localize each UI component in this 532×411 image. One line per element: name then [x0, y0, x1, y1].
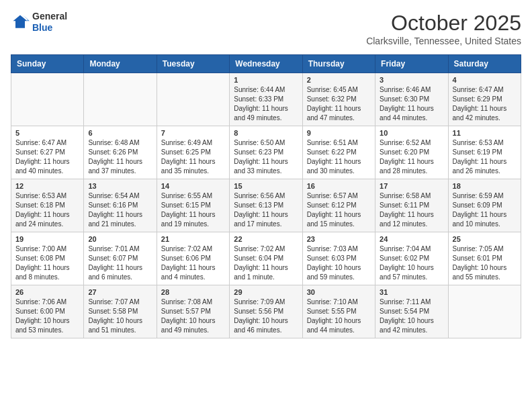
location: Clarksville, Tennessee, United States — [366, 36, 521, 46]
day-info: Sunrise: 7:07 AM Sunset: 5:58 PM Dayligh… — [88, 298, 152, 335]
day-number: 28 — [161, 288, 225, 296]
day-number: 22 — [234, 235, 298, 243]
calendar-table: SundayMondayTuesdayWednesdayThursdayFrid… — [11, 54, 521, 338]
calendar-cell: 17Sunrise: 6:58 AM Sunset: 6:11 PM Dayli… — [375, 179, 448, 232]
calendar-cell: 16Sunrise: 6:57 AM Sunset: 6:12 PM Dayli… — [302, 179, 375, 232]
day-number: 9 — [307, 129, 371, 137]
calendar-cell: 30Sunrise: 7:10 AM Sunset: 5:55 PM Dayli… — [302, 285, 375, 338]
day-info: Sunrise: 7:11 AM Sunset: 5:54 PM Dayligh… — [380, 298, 443, 335]
calendar-cell: 14Sunrise: 6:55 AM Sunset: 6:15 PM Dayli… — [157, 179, 229, 232]
weekday-header-row: SundayMondayTuesdayWednesdayThursdayFrid… — [11, 55, 521, 73]
calendar-cell: 11Sunrise: 6:53 AM Sunset: 6:19 PM Dayli… — [448, 126, 521, 179]
day-number: 23 — [307, 235, 371, 243]
day-number: 21 — [161, 235, 225, 243]
day-info: Sunrise: 6:51 AM Sunset: 6:22 PM Dayligh… — [307, 138, 371, 176]
calendar-cell: 25Sunrise: 7:05 AM Sunset: 6:01 PM Dayli… — [448, 232, 521, 285]
calendar-cell: 4Sunrise: 6:47 AM Sunset: 6:29 PM Daylig… — [448, 73, 521, 126]
day-info: Sunrise: 7:02 AM Sunset: 6:06 PM Dayligh… — [161, 244, 225, 282]
day-info: Sunrise: 6:44 AM Sunset: 6:33 PM Dayligh… — [234, 85, 298, 123]
day-number: 10 — [380, 129, 443, 137]
calendar-cell — [11, 73, 84, 126]
day-info: Sunrise: 6:54 AM Sunset: 6:16 PM Dayligh… — [88, 191, 152, 229]
day-info: Sunrise: 6:47 AM Sunset: 6:29 PM Dayligh… — [453, 85, 517, 123]
day-number: 24 — [380, 235, 443, 243]
calendar-cell: 12Sunrise: 6:53 AM Sunset: 6:18 PM Dayli… — [11, 179, 84, 232]
day-info: Sunrise: 7:05 AM Sunset: 6:01 PM Dayligh… — [453, 244, 517, 282]
calendar-cell — [448, 285, 521, 338]
day-number: 30 — [307, 288, 371, 296]
day-info: Sunrise: 7:02 AM Sunset: 6:04 PM Dayligh… — [234, 244, 298, 282]
day-number: 16 — [307, 182, 371, 190]
day-info: Sunrise: 6:45 AM Sunset: 6:32 PM Dayligh… — [307, 85, 371, 123]
weekday-header-friday: Friday — [375, 55, 448, 73]
day-number: 3 — [380, 76, 443, 84]
weekday-header-sunday: Sunday — [11, 55, 84, 73]
page-header: General Blue October 2025 Clarksville, T… — [11, 11, 521, 46]
logo-icon — [11, 13, 30, 32]
day-number: 27 — [88, 288, 152, 296]
day-info: Sunrise: 6:55 AM Sunset: 6:15 PM Dayligh… — [161, 191, 225, 229]
calendar-cell: 31Sunrise: 7:11 AM Sunset: 5:54 PM Dayli… — [375, 285, 448, 338]
day-info: Sunrise: 6:57 AM Sunset: 6:12 PM Dayligh… — [307, 191, 371, 229]
calendar-cell: 3Sunrise: 6:46 AM Sunset: 6:30 PM Daylig… — [375, 73, 448, 126]
day-info: Sunrise: 6:47 AM Sunset: 6:27 PM Dayligh… — [15, 138, 79, 176]
calendar-cell: 18Sunrise: 6:59 AM Sunset: 6:09 PM Dayli… — [448, 179, 521, 232]
day-number: 26 — [15, 288, 79, 296]
day-info: Sunrise: 7:03 AM Sunset: 6:03 PM Dayligh… — [307, 244, 371, 282]
calendar-week-1: 1Sunrise: 6:44 AM Sunset: 6:33 PM Daylig… — [11, 73, 521, 126]
day-number: 7 — [161, 129, 225, 137]
day-number: 15 — [234, 182, 298, 190]
day-number: 17 — [380, 182, 443, 190]
day-info: Sunrise: 6:48 AM Sunset: 6:26 PM Dayligh… — [88, 138, 152, 176]
day-info: Sunrise: 6:59 AM Sunset: 6:09 PM Dayligh… — [453, 191, 517, 229]
weekday-header-wednesday: Wednesday — [230, 55, 302, 73]
title-block: October 2025 Clarksville, Tennessee, Uni… — [366, 11, 521, 46]
day-info: Sunrise: 7:06 AM Sunset: 6:00 PM Dayligh… — [15, 298, 79, 335]
day-info: Sunrise: 6:53 AM Sunset: 6:18 PM Dayligh… — [15, 191, 79, 229]
day-info: Sunrise: 6:46 AM Sunset: 6:30 PM Dayligh… — [380, 85, 443, 123]
calendar-cell: 5Sunrise: 6:47 AM Sunset: 6:27 PM Daylig… — [11, 126, 84, 179]
day-info: Sunrise: 7:01 AM Sunset: 6:07 PM Dayligh… — [88, 244, 152, 282]
day-info: Sunrise: 6:52 AM Sunset: 6:20 PM Dayligh… — [380, 138, 443, 176]
calendar-cell — [157, 73, 229, 126]
day-info: Sunrise: 7:09 AM Sunset: 5:56 PM Dayligh… — [234, 298, 298, 335]
calendar-cell: 9Sunrise: 6:51 AM Sunset: 6:22 PM Daylig… — [302, 126, 375, 179]
logo-text: General Blue — [32, 11, 67, 34]
calendar-cell: 20Sunrise: 7:01 AM Sunset: 6:07 PM Dayli… — [84, 232, 157, 285]
day-info: Sunrise: 7:10 AM Sunset: 5:55 PM Dayligh… — [307, 298, 371, 335]
day-info: Sunrise: 6:49 AM Sunset: 6:25 PM Dayligh… — [161, 138, 225, 176]
day-number: 4 — [453, 76, 517, 84]
calendar-week-2: 5Sunrise: 6:47 AM Sunset: 6:27 PM Daylig… — [11, 126, 521, 179]
calendar-cell — [84, 73, 157, 126]
calendar-cell: 19Sunrise: 7:00 AM Sunset: 6:08 PM Dayli… — [11, 232, 84, 285]
day-number: 2 — [307, 76, 371, 84]
day-number: 25 — [453, 235, 517, 243]
calendar-cell: 15Sunrise: 6:56 AM Sunset: 6:13 PM Dayli… — [230, 179, 302, 232]
day-number: 18 — [453, 182, 517, 190]
calendar-week-5: 26Sunrise: 7:06 AM Sunset: 6:00 PM Dayli… — [11, 285, 521, 338]
day-number: 1 — [234, 76, 298, 84]
day-number: 14 — [161, 182, 225, 190]
day-number: 19 — [15, 235, 79, 243]
day-number: 31 — [380, 288, 443, 296]
day-number: 5 — [15, 129, 79, 137]
day-info: Sunrise: 6:58 AM Sunset: 6:11 PM Dayligh… — [380, 191, 443, 229]
calendar-cell: 24Sunrise: 7:04 AM Sunset: 6:02 PM Dayli… — [375, 232, 448, 285]
day-number: 20 — [88, 235, 152, 243]
calendar-week-3: 12Sunrise: 6:53 AM Sunset: 6:18 PM Dayli… — [11, 179, 521, 232]
weekday-header-tuesday: Tuesday — [157, 55, 229, 73]
calendar-cell: 7Sunrise: 6:49 AM Sunset: 6:25 PM Daylig… — [157, 126, 229, 179]
calendar-cell: 22Sunrise: 7:02 AM Sunset: 6:04 PM Dayli… — [230, 232, 302, 285]
calendar-cell: 13Sunrise: 6:54 AM Sunset: 6:16 PM Dayli… — [84, 179, 157, 232]
logo: General Blue — [11, 11, 67, 34]
calendar-cell: 21Sunrise: 7:02 AM Sunset: 6:06 PM Dayli… — [157, 232, 229, 285]
weekday-header-saturday: Saturday — [448, 55, 521, 73]
calendar-cell: 27Sunrise: 7:07 AM Sunset: 5:58 PM Dayli… — [84, 285, 157, 338]
calendar-cell: 2Sunrise: 6:45 AM Sunset: 6:32 PM Daylig… — [302, 73, 375, 126]
day-info: Sunrise: 7:00 AM Sunset: 6:08 PM Dayligh… — [15, 244, 79, 282]
day-number: 12 — [15, 182, 79, 190]
calendar-cell: 10Sunrise: 6:52 AM Sunset: 6:20 PM Dayli… — [375, 126, 448, 179]
calendar-cell: 29Sunrise: 7:09 AM Sunset: 5:56 PM Dayli… — [230, 285, 302, 338]
day-number: 8 — [234, 129, 298, 137]
day-info: Sunrise: 6:53 AM Sunset: 6:19 PM Dayligh… — [453, 138, 517, 176]
